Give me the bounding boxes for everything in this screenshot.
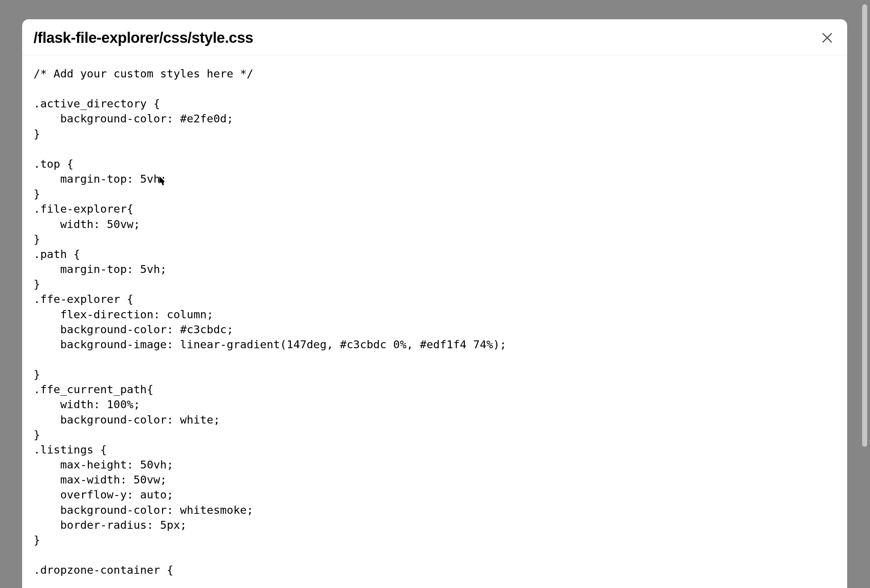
close-button[interactable] — [819, 29, 836, 46]
file-path-title: /flask-file-explorer/css/style.css — [34, 29, 253, 46]
modal-body[interactable]: /* Add your custom styles here */ .activ… — [22, 55, 847, 588]
modal-header: /flask-file-explorer/css/style.css — [22, 19, 847, 55]
scrollbar-track[interactable] — [861, 0, 869, 588]
scrollbar-thumb[interactable] — [862, 4, 867, 447]
close-icon — [821, 31, 834, 44]
file-viewer-modal: /flask-file-explorer/css/style.css /* Ad… — [22, 19, 847, 588]
code-content: /* Add your custom styles here */ .activ… — [34, 66, 836, 577]
